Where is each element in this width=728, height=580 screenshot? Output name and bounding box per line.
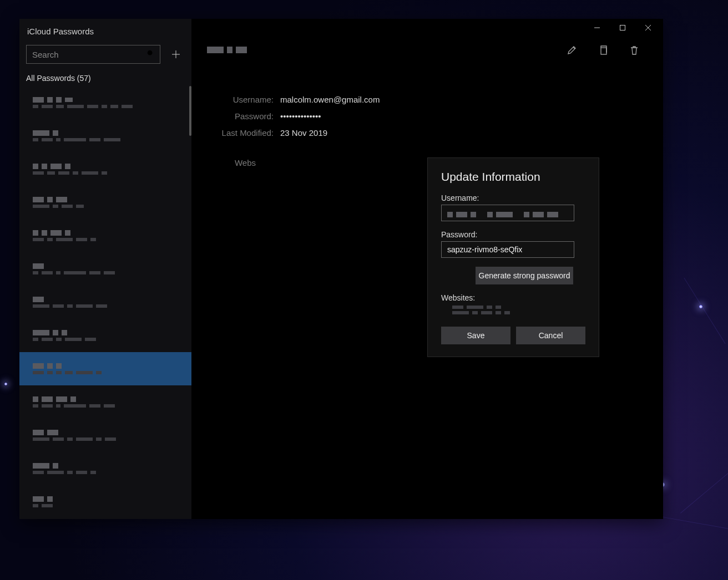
titlebar xyxy=(191,19,663,37)
websites-label-partial: Webs xyxy=(214,158,262,167)
password-value: •••••••••••••• xyxy=(280,111,321,121)
add-button[interactable] xyxy=(167,45,185,63)
modal-username-input[interactable] xyxy=(441,205,574,221)
search-icon xyxy=(146,49,154,59)
svg-point-0 xyxy=(148,50,153,55)
list-item-selected[interactable] xyxy=(19,352,191,385)
cancel-button[interactable]: Cancel xyxy=(516,327,585,344)
modal-username-label: Username: xyxy=(441,194,585,202)
update-modal: Update Information Username: Password: G… xyxy=(427,157,599,357)
close-button[interactable] xyxy=(635,19,661,37)
modal-websites-label: Websites: xyxy=(441,293,585,302)
list-item[interactable] xyxy=(19,186,191,219)
password-label: Password: xyxy=(214,111,280,121)
svg-rect-5 xyxy=(620,26,625,30)
modal-title: Update Information xyxy=(441,170,585,184)
username-label: Username: xyxy=(214,95,280,104)
list-item[interactable] xyxy=(19,485,191,518)
entry-title xyxy=(207,47,247,53)
modified-value: 23 Nov 2019 xyxy=(280,128,327,138)
maximize-button[interactable] xyxy=(610,19,635,37)
list-item[interactable] xyxy=(19,152,191,186)
save-button[interactable]: Save xyxy=(441,327,510,344)
list-item[interactable] xyxy=(19,252,191,286)
modal-password-input[interactable] xyxy=(441,241,574,258)
list-item[interactable] xyxy=(19,119,191,152)
delete-icon[interactable] xyxy=(628,43,641,57)
search-input[interactable] xyxy=(32,50,146,59)
modified-label: Last Modified: xyxy=(214,128,280,138)
svg-rect-9 xyxy=(601,48,606,54)
app-title: iCloud Passwords xyxy=(19,19,191,40)
section-label: All Passwords (57) xyxy=(19,68,191,86)
list-item[interactable] xyxy=(19,419,191,452)
list-item[interactable] xyxy=(19,452,191,485)
list-item[interactable] xyxy=(19,385,191,419)
list-item[interactable] xyxy=(19,319,191,352)
modal-website-entry xyxy=(452,306,585,314)
list-item[interactable] xyxy=(19,286,191,319)
detail-pane: Username: malcolm.owen@gmail.com Passwor… xyxy=(191,19,663,519)
sidebar: iCloud Passwords All Passwords (57) xyxy=(19,19,191,519)
edit-icon[interactable] xyxy=(565,43,579,57)
generate-password-button[interactable]: Generate strong password xyxy=(476,267,573,284)
svg-line-1 xyxy=(152,55,154,57)
app-window: iCloud Passwords All Passwords (57) xyxy=(19,19,663,519)
copy-icon[interactable] xyxy=(596,43,610,57)
search-box[interactable] xyxy=(26,45,160,64)
username-value: malcolm.owen@gmail.com xyxy=(280,95,380,104)
minimize-button[interactable] xyxy=(584,19,610,37)
password-list xyxy=(19,86,191,519)
list-item[interactable] xyxy=(19,86,191,119)
list-item[interactable] xyxy=(19,219,191,252)
modal-password-label: Password: xyxy=(441,230,585,239)
